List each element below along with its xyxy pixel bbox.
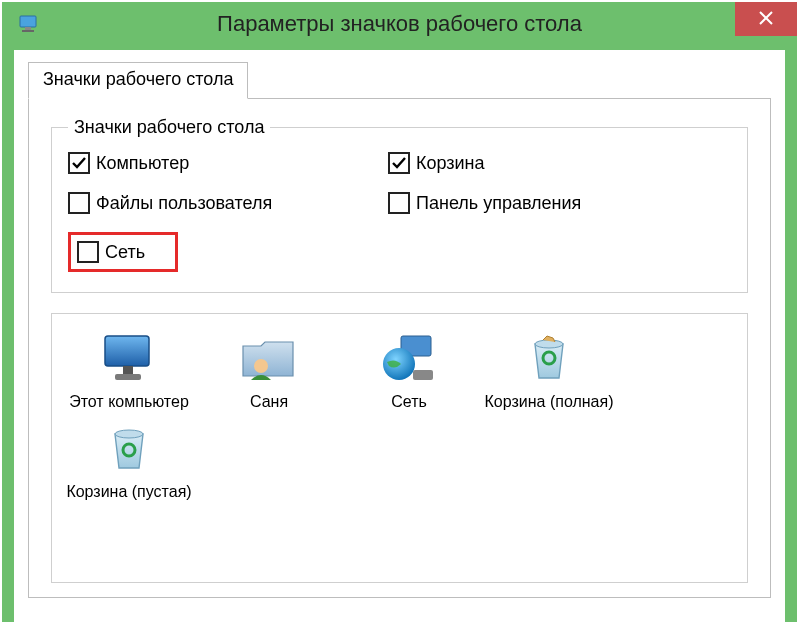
icon-network[interactable]: Сеть	[342, 328, 476, 412]
desktop-settings-icon	[18, 14, 42, 34]
titlebar: Параметры значков рабочего стола	[2, 2, 797, 46]
checkbox-box	[68, 192, 90, 214]
checkbox-label: Корзина	[416, 153, 485, 174]
icon-preview-panel: Этот компьютер	[51, 313, 748, 583]
window-title: Параметры значков рабочего стола	[2, 11, 797, 37]
icon-label: Саня	[250, 392, 288, 412]
icon-label: Корзина (полная)	[485, 392, 614, 412]
checkbox-label: Сеть	[105, 242, 145, 263]
network-icon	[377, 332, 441, 386]
icon-this-pc[interactable]: Этот компьютер	[62, 328, 196, 412]
svg-point-11	[115, 430, 143, 438]
icon-label: Этот компьютер	[69, 392, 189, 412]
svg-rect-4	[123, 366, 133, 374]
dialog-window: Параметры значков рабочего стола Значки …	[2, 2, 797, 622]
computer-icon	[97, 332, 161, 386]
checkbox-userfiles[interactable]: Файлы пользователя	[68, 192, 378, 214]
checkbox-label: Панель управления	[416, 193, 581, 214]
group-legend: Значки рабочего стола	[68, 117, 270, 138]
tab-desktop-icons[interactable]: Значки рабочего стола	[28, 62, 248, 99]
checkbox-box	[388, 192, 410, 214]
icon-label: Сеть	[391, 392, 427, 412]
svg-rect-1	[25, 27, 31, 30]
recycle-bin-full-icon	[517, 332, 581, 386]
client-area: Значки рабочего стола Значки рабочего ст…	[14, 50, 785, 622]
svg-rect-5	[115, 374, 141, 380]
svg-rect-3	[105, 336, 149, 366]
checkbox-label: Компьютер	[96, 153, 189, 174]
checkbox-recyclebin[interactable]: Корзина	[388, 152, 731, 174]
tab-panel: Значки рабочего стола Компьютер Корзина	[28, 98, 771, 598]
close-icon	[759, 9, 773, 30]
icon-label: Корзина (пустая)	[66, 482, 191, 502]
icon-recyclebin-full[interactable]: Корзина (полная)	[482, 328, 616, 412]
icon-recyclebin-empty[interactable]: Корзина (пустая)	[62, 418, 196, 502]
svg-rect-0	[20, 16, 36, 27]
checkbox-computer[interactable]: Компьютер	[68, 152, 378, 174]
svg-point-6	[254, 359, 268, 373]
close-button[interactable]	[735, 2, 797, 36]
user-folder-icon	[237, 332, 301, 386]
checkbox-box	[77, 241, 99, 263]
tab-strip: Значки рабочего стола	[28, 62, 771, 99]
recycle-bin-empty-icon	[97, 422, 161, 476]
svg-rect-9	[413, 370, 433, 380]
svg-point-10	[535, 340, 563, 348]
svg-rect-2	[22, 30, 34, 32]
checkbox-box	[68, 152, 90, 174]
desktop-icons-group: Значки рабочего стола Компьютер Корзина	[51, 117, 748, 293]
checkbox-grid: Компьютер Корзина Файлы пользователя	[68, 152, 731, 272]
checkbox-controlpanel[interactable]: Панель управления	[388, 192, 731, 214]
checkbox-label: Файлы пользователя	[96, 193, 272, 214]
checkbox-network[interactable]: Сеть	[77, 241, 145, 263]
tab-label: Значки рабочего стола	[43, 69, 233, 89]
icon-user-folder[interactable]: Саня	[202, 328, 336, 412]
highlight-network: Сеть	[68, 232, 378, 272]
checkbox-box	[388, 152, 410, 174]
